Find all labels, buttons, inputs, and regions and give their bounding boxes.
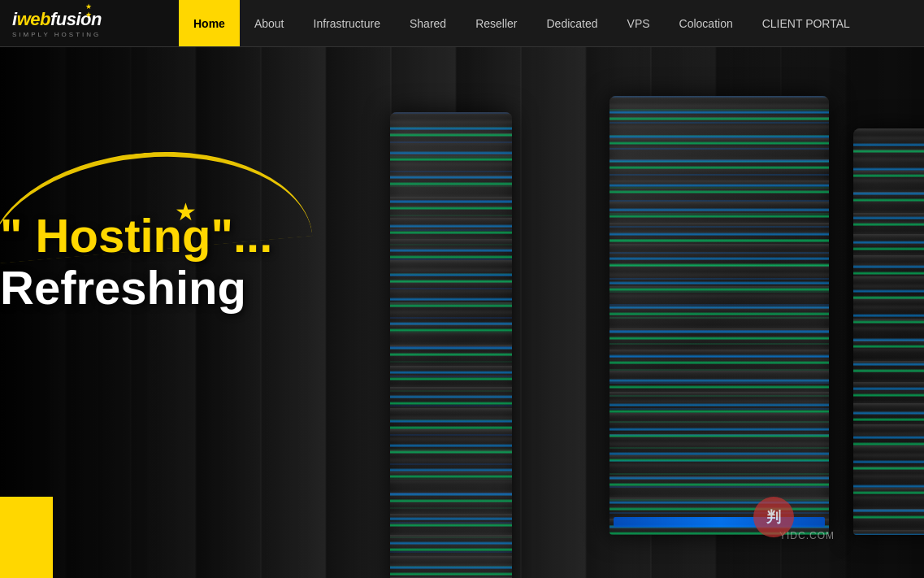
nav-item-shared[interactable]: Shared — [395, 0, 461, 46]
nav-menu: Home About Infrastructure Shared Reselle… — [179, 0, 924, 46]
nav-item-home[interactable]: Home — [179, 0, 240, 46]
nav-link-client-portal[interactable]: CLIENT PORTAL — [748, 0, 865, 46]
nav-link-dedicated[interactable]: Dedicated — [532, 0, 613, 46]
nav-item-about[interactable]: About — [240, 0, 299, 46]
nav-link-reseller[interactable]: Reseller — [461, 0, 531, 46]
hero-section: ★ " Hosting"... Refreshing 判 YIDC.COM — [0, 47, 924, 578]
server-rack-1 — [390, 112, 512, 578]
nav-item-reseller[interactable]: Reseller — [461, 0, 531, 46]
nav-link-shared[interactable]: Shared — [395, 0, 461, 46]
logo-area[interactable]: iwebfusion ★ ★ SIMPLY HOSTING — [0, 0, 179, 46]
hero-headline-yellow: " Hosting"... — [0, 210, 272, 262]
watermark-circle: 判 — [753, 497, 794, 537]
watermark: 判 — [753, 497, 794, 537]
hero-headline-white: Refreshing — [0, 262, 272, 314]
yellow-accent-box — [0, 497, 53, 578]
logo-tagline: SIMPLY HOSTING — [12, 31, 102, 38]
nav-item-client-portal[interactable]: CLIENT PORTAL — [748, 0, 865, 46]
hero-text-block: " Hosting"... Refreshing — [0, 210, 272, 314]
server-rack-2 — [609, 96, 829, 535]
nav-link-infrastructure[interactable]: Infrastructure — [299, 0, 395, 46]
nav-link-colocation[interactable]: Colocation — [665, 0, 748, 46]
nav-link-about[interactable]: About — [240, 0, 299, 46]
nav-item-colocation[interactable]: Colocation — [665, 0, 748, 46]
nav-item-infrastructure[interactable]: Infrastructure — [299, 0, 395, 46]
navigation: iwebfusion ★ ★ SIMPLY HOSTING Home About… — [0, 0, 924, 47]
logo-stars: ★ ★ — [85, 2, 102, 19]
nav-item-dedicated[interactable]: Dedicated — [532, 0, 613, 46]
nav-item-vps[interactable]: VPS — [613, 0, 665, 46]
server-rack-3 — [853, 128, 924, 535]
nav-link-home[interactable]: Home — [179, 0, 240, 46]
nav-link-vps[interactable]: VPS — [613, 0, 665, 46]
